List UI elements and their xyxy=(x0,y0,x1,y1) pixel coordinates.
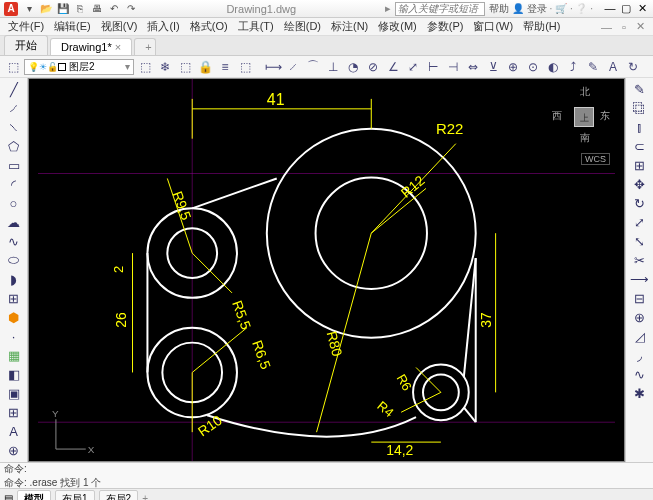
menu-window[interactable]: 窗口(W) xyxy=(469,19,517,34)
tab-layout1[interactable]: 布局1 xyxy=(55,490,95,501)
tab-layout-add[interactable]: + xyxy=(142,493,148,500)
menu-format[interactable]: 格式(O) xyxy=(186,19,232,34)
blend-tool-icon[interactable]: ∿ xyxy=(629,365,651,383)
move-tool-icon[interactable]: ✥ xyxy=(629,175,651,193)
point-tool-icon[interactable]: · xyxy=(3,327,25,345)
layer-lock-icon[interactable]: 🔒 xyxy=(196,58,214,76)
drawing-canvas[interactable]: 41 R22 R12 R9,5 R5,5 R6,5 R10 R80 R6 R4 xyxy=(28,78,625,462)
ellipse-tool-icon[interactable]: ⬭ xyxy=(3,251,25,269)
layer-iso-icon[interactable]: ⬚ xyxy=(136,58,154,76)
new-icon[interactable]: ▾ xyxy=(22,2,36,16)
dim-jog-icon[interactable]: ⤴ xyxy=(564,58,582,76)
maximize-button[interactable]: ▢ xyxy=(619,2,633,15)
doc-restore-button[interactable]: ▫ xyxy=(618,21,630,33)
menu-help[interactable]: 帮助(H) xyxy=(519,19,564,34)
xline-tool-icon[interactable]: ⟋ xyxy=(3,99,25,117)
array-tool-icon[interactable]: ⊞ xyxy=(629,156,651,174)
circle-tool-icon[interactable]: ○ xyxy=(3,194,25,212)
dim-update-icon[interactable]: ↻ xyxy=(624,58,642,76)
stretch-tool-icon[interactable]: ⤡ xyxy=(629,232,651,250)
menu-modify[interactable]: 修改(M) xyxy=(374,19,421,34)
wcs-indicator[interactable]: WCS xyxy=(581,153,610,165)
trim-tool-icon[interactable]: ✂ xyxy=(629,251,651,269)
cmd-prompt-icon[interactable]: ▤ xyxy=(4,493,13,500)
dim-diameter-icon[interactable]: ⊘ xyxy=(364,58,382,76)
dim-quick-icon[interactable]: ⤢ xyxy=(404,58,422,76)
dim-center-icon[interactable]: ⊙ xyxy=(524,58,542,76)
offset-tool-icon[interactable]: ⊂ xyxy=(629,137,651,155)
dim-baseline-icon[interactable]: ⊢ xyxy=(424,58,442,76)
minimize-button[interactable]: — xyxy=(603,2,617,15)
insert-tool-icon[interactable]: ⊞ xyxy=(3,289,25,307)
doc-minimize-button[interactable]: — xyxy=(597,21,616,33)
mirror-tool-icon[interactable]: ⫿ xyxy=(629,118,651,136)
search-input[interactable] xyxy=(395,2,485,16)
layer-off-icon[interactable]: ⬚ xyxy=(176,58,194,76)
table-tool-icon[interactable]: ⊞ xyxy=(3,403,25,421)
close-button[interactable]: ✕ xyxy=(635,2,649,15)
dim-continue-icon[interactable]: ⊣ xyxy=(444,58,462,76)
menu-insert[interactable]: 插入(I) xyxy=(143,19,183,34)
user-icon[interactable]: 👤 xyxy=(512,3,524,14)
rectangle-tool-icon[interactable]: ▭ xyxy=(3,156,25,174)
menu-tools[interactable]: 工具(T) xyxy=(234,19,278,34)
menu-parametric[interactable]: 参数(P) xyxy=(423,19,468,34)
saveas-icon[interactable]: ⎘ xyxy=(73,2,87,16)
region-tool-icon[interactable]: ▣ xyxy=(3,384,25,402)
dim-inspect-icon[interactable]: ◐ xyxy=(544,58,562,76)
pline-tool-icon[interactable]: ⟍ xyxy=(3,118,25,136)
dim-linear-icon[interactable]: ⟼ xyxy=(264,58,282,76)
copy-tool-icon[interactable]: ⿻ xyxy=(629,99,651,117)
dim-arc-icon[interactable]: ⌒ xyxy=(304,58,322,76)
menu-file[interactable]: 文件(F) xyxy=(4,19,48,34)
login-link[interactable]: 登录 xyxy=(527,2,547,16)
tab-layout2[interactable]: 布局2 xyxy=(99,490,139,501)
explode-tool-icon[interactable]: ✱ xyxy=(629,384,651,402)
join-tool-icon[interactable]: ⊕ xyxy=(629,308,651,326)
dim-space-icon[interactable]: ⇔ xyxy=(464,58,482,76)
undo-icon[interactable]: ↶ xyxy=(107,2,121,16)
gradient-tool-icon[interactable]: ◧ xyxy=(3,365,25,383)
redo-icon[interactable]: ↷ xyxy=(124,2,138,16)
command-line[interactable]: 命令: 命令: .erase 找到 1 个 xyxy=(0,462,653,488)
doc-close-button[interactable]: ✕ xyxy=(632,20,649,33)
rotate-tool-icon[interactable]: ↻ xyxy=(629,194,651,212)
dim-ordinate-icon[interactable]: ⊥ xyxy=(324,58,342,76)
chamfer-tool-icon[interactable]: ◿ xyxy=(629,327,651,345)
fillet-tool-icon[interactable]: ◞ xyxy=(629,346,651,364)
line-tool-icon[interactable]: ╱ xyxy=(3,80,25,98)
erase-tool-icon[interactable]: ✎ xyxy=(629,80,651,98)
menu-view[interactable]: 视图(V) xyxy=(97,19,142,34)
layer-prev-icon[interactable]: ⬚ xyxy=(236,58,254,76)
tab-start[interactable]: 开始 xyxy=(4,35,48,55)
break-tool-icon[interactable]: ⊟ xyxy=(629,289,651,307)
dim-edit-icon[interactable]: ✎ xyxy=(584,58,602,76)
layer-select[interactable]: 💡☀🔓 图层2 ▾ xyxy=(24,59,134,75)
dim-break-icon[interactable]: ⊻ xyxy=(484,58,502,76)
revcloud-tool-icon[interactable]: ☁ xyxy=(3,213,25,231)
print-icon[interactable]: 🖶 xyxy=(90,2,104,16)
block-tool-icon[interactable]: ⬢ xyxy=(3,308,25,326)
menu-draw[interactable]: 绘图(D) xyxy=(280,19,325,34)
ellipsearc-tool-icon[interactable]: ◗ xyxy=(3,270,25,288)
hatch-tool-icon[interactable]: ▦ xyxy=(3,346,25,364)
view-cube[interactable]: 北 南 西 东 上 xyxy=(554,87,614,147)
dim-radius-icon[interactable]: ◔ xyxy=(344,58,362,76)
app-logo[interactable]: A xyxy=(4,2,18,16)
tab-close-icon[interactable]: × xyxy=(115,41,121,53)
arc-tool-icon[interactable]: ◜ xyxy=(3,175,25,193)
layer-manager-icon[interactable]: ⬚ xyxy=(4,58,22,76)
tab-model[interactable]: 模型 xyxy=(17,490,51,501)
dim-tolerance-icon[interactable]: ⊕ xyxy=(504,58,522,76)
save-icon[interactable]: 💾 xyxy=(56,2,70,16)
dim-angular-icon[interactable]: ∠ xyxy=(384,58,402,76)
menu-dimension[interactable]: 标注(N) xyxy=(327,19,372,34)
menu-edit[interactable]: 编辑(E) xyxy=(50,19,95,34)
polygon-tool-icon[interactable]: ⬠ xyxy=(3,137,25,155)
addselected-tool-icon[interactable]: ⊕ xyxy=(3,441,25,459)
dim-aligned-icon[interactable]: ⟋ xyxy=(284,58,302,76)
layer-match-icon[interactable]: ≡ xyxy=(216,58,234,76)
open-icon[interactable]: 📂 xyxy=(39,2,53,16)
dim-text-icon[interactable]: A xyxy=(604,58,622,76)
tab-add[interactable]: + xyxy=(134,38,156,55)
